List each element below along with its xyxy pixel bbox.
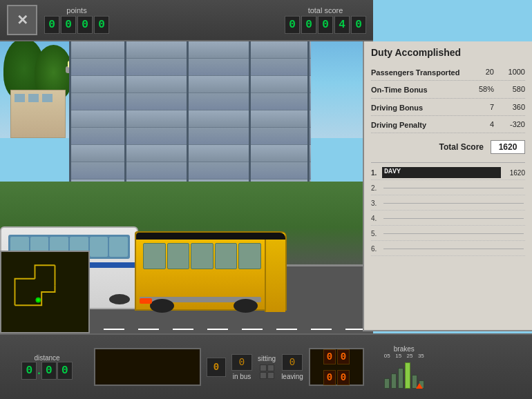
seat-4: [267, 372, 274, 379]
gauge-bar-2: [391, 373, 397, 389]
yellow-bus-front: [265, 233, 285, 312]
passengers-value: 20: [477, 68, 497, 76]
leaderboard-row-2: 2.: [371, 183, 525, 195]
total-digit-4: 4: [334, 16, 350, 34]
points-digit-3: 0: [77, 16, 93, 34]
leaving-count: 0: [282, 354, 303, 371]
bus-window: [90, 237, 108, 257]
bottom-hud: distance 0 . 0 0 0 0 in bus sitting: [0, 333, 532, 399]
yellow-bus-window: [238, 243, 261, 269]
lb-rank-2: 2.: [371, 184, 382, 192]
distance-section: distance 0 . 0 0: [6, 354, 88, 380]
points-label: points: [66, 6, 86, 14]
driving-penalty-value: 4: [477, 120, 497, 128]
hud-logo-button[interactable]: ✕: [7, 5, 37, 35]
yellow-bus: [135, 231, 287, 311]
leaderboard-row-6: 6.: [371, 244, 525, 256]
logo-x-icon: ✕: [17, 12, 28, 28]
time-digit-2: 0: [337, 349, 350, 364]
driving-bonus-value: 7: [477, 103, 497, 111]
minimap: [0, 251, 90, 333]
gauge-bar-4: [405, 362, 410, 389]
duty-row-driving-penalty: Driving Penalty 4 -320: [371, 120, 525, 133]
lb-line-2: [383, 188, 524, 188]
lb-rank-3: 3.: [371, 200, 382, 207]
seat-2: [267, 364, 274, 371]
in-bus-section: 0 in bus: [231, 354, 252, 380]
total-value: 1620: [491, 140, 525, 154]
gauge-label-05: 05: [384, 353, 390, 359]
time-display: 0 0 0 0: [309, 348, 364, 386]
leaderboard-row-3: 3.: [371, 198, 525, 211]
driving-bonus-label: Driving Bonus: [371, 103, 477, 113]
in-bus-row: 0: [231, 354, 252, 371]
points-section: points 0 0 0 0: [44, 6, 109, 34]
leaving-label: leaving: [281, 373, 303, 380]
driving-bonus-points: 360: [497, 103, 525, 111]
minimap-svg: [1, 252, 88, 332]
seat-1: [260, 364, 267, 371]
brakes-section: brakes 05 15 25 35: [370, 345, 439, 389]
total-score-digits: 0 0 0 4 0: [285, 16, 366, 34]
dist-digit-1: 0: [41, 362, 57, 380]
dist-dot: .: [37, 364, 40, 377]
gauge-label-15: 15: [395, 353, 401, 359]
lb-rank-6: 6.: [371, 245, 382, 253]
points-digit-4: 0: [94, 16, 109, 34]
lb-rank-4: 4.: [371, 215, 382, 222]
lb-score-1: 1620: [501, 169, 525, 177]
led-route-display: [94, 348, 201, 386]
lb-rank-5: 5.: [371, 230, 382, 237]
lb-name-1: DAVY: [382, 167, 501, 178]
ontime-points: 580: [497, 85, 525, 93]
seat-3: [260, 372, 267, 379]
yellow-bus-window: [215, 243, 238, 269]
time-digit-1: 0: [323, 349, 336, 364]
duty-panel: Duty Accomplished Passengers Transported…: [363, 41, 532, 331]
sitting-grid: [260, 364, 274, 379]
leaderboard-row-5: 5.: [371, 228, 525, 241]
lb-rank-1: 1.: [371, 169, 382, 177]
time-row-top: 0 0: [323, 349, 350, 364]
total-digit-5: 0: [351, 16, 366, 34]
bus-window: [109, 237, 128, 257]
gauge-bar-3: [398, 368, 403, 389]
total-label: Total Score: [439, 142, 484, 152]
lb-line-5: [383, 233, 524, 234]
duty-row-ontime: On-Time Bonus 58% 580: [371, 85, 525, 98]
total-digit-3: 0: [318, 16, 333, 34]
driving-penalty-points: -320: [497, 120, 525, 128]
dist-digit-0: 0: [21, 362, 37, 380]
brakes-label: brakes: [394, 345, 415, 353]
duty-row-passengers: Passengers Transported 20 1000: [371, 68, 525, 81]
gauge-label-35: 35: [418, 353, 424, 359]
sitting-section: sitting: [258, 355, 276, 379]
duty-title: Duty Accomplished: [371, 47, 525, 61]
brakes-gauge: 05 15 25 35: [384, 354, 424, 389]
points-digits: 0 0 0 0: [44, 16, 109, 34]
yellow-bus-window: [191, 243, 213, 269]
total-digit-1: 0: [285, 16, 300, 34]
distance-value: 0 . 0 0: [21, 362, 72, 380]
duty-total-row: Total Score 1620: [371, 140, 525, 154]
points-digit-1: 0: [44, 16, 59, 34]
game-viewport: ✕ points 0 0 0 0 total score 0 0 0 4 0: [0, 0, 532, 399]
in-bus-count: 0: [231, 354, 252, 371]
ontime-value: 58%: [477, 85, 497, 93]
duty-row-driving-bonus: Driving Bonus 7 360: [371, 103, 525, 116]
leaderboard-row-1: 1. DAVY 1620: [371, 167, 525, 180]
dist-digit-2: 0: [57, 362, 73, 380]
ontime-label: On-Time Bonus: [371, 85, 477, 95]
points-digit-2: 0: [61, 16, 76, 34]
zero-display: 0: [207, 358, 226, 377]
distance-label: distance: [34, 354, 59, 362]
in-bus-label: in bus: [233, 373, 251, 380]
total-score-section: total score 0 0 0 4 0: [285, 6, 366, 34]
top-hud: ✕ points 0 0 0 0 total score 0 0 0 4 0: [0, 0, 373, 41]
svg-point-2: [37, 299, 39, 302]
time-row-bottom: 0 0: [323, 370, 350, 385]
leaderboard: 1. DAVY 1620 2. 3. 4. 5. 6.: [371, 162, 525, 256]
lb-line-6: [383, 249, 524, 249]
lb-line-4: [383, 218, 524, 219]
total-score-label: total score: [308, 6, 343, 14]
